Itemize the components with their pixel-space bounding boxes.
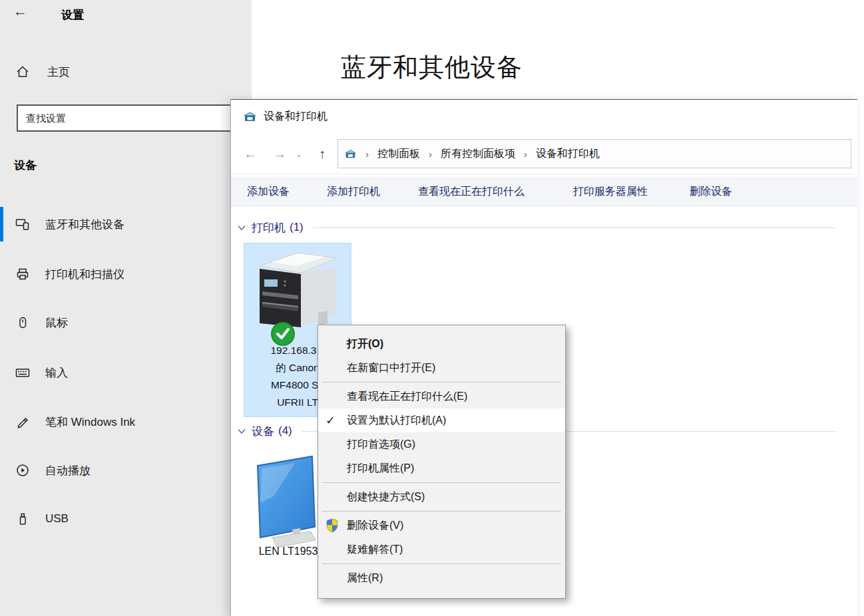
menu-separator [322, 382, 561, 383]
menu-item-create-shortcut[interactable]: 创建快捷方式(S) [318, 485, 565, 509]
sidebar-item-label: 鼠标 [45, 315, 68, 331]
breadcrumb-all-items[interactable]: 所有控制面板项 [441, 147, 515, 161]
toolbar-see-whats-printing[interactable]: 查看现在正在打印什么 [418, 177, 525, 206]
address-location-icon [344, 148, 357, 160]
menu-separator [322, 482, 561, 483]
chevron-down-icon [238, 428, 246, 434]
toolbar-add-device[interactable]: 添加设备 [247, 177, 290, 206]
page-title: 蓝牙和其他设备 [341, 51, 523, 84]
toolbar-print-server-properties[interactable]: 打印服务器属性 [573, 177, 648, 206]
monitor-image [254, 455, 320, 549]
sidebar-item-pen[interactable]: 笔和 Windows Ink [0, 402, 230, 441]
sidebar-item-usb[interactable]: USB [0, 500, 230, 538]
sidebar-item-label: 输入 [45, 365, 68, 381]
sidebar-item-typing[interactable]: 输入 [0, 353, 230, 392]
printer-context-menu: 打开(O) 在新窗口中打开(E) 查看现在正在打印什么(E) ✓ 设置为默认打印… [318, 325, 566, 599]
uac-shield-icon [325, 514, 339, 538]
sidebar-item-autoplay[interactable]: 自动播放 [0, 451, 230, 490]
group-label: 设备 [252, 424, 274, 439]
menu-item-printing-preferences[interactable]: 打印首选项(G) [318, 432, 565, 456]
sidebar-section-heading: 设备 [14, 158, 37, 173]
menu-item-open-in-new-window[interactable]: 在新窗口中打开(E) [318, 356, 565, 380]
explorer-titlebar[interactable]: 设备和打印机 [231, 100, 857, 133]
nav-back-icon[interactable]: ← [239, 133, 262, 174]
menu-item-set-as-default-printer[interactable]: ✓ 设置为默认打印机(A) [318, 408, 565, 432]
autoplay-icon [15, 463, 31, 478]
menu-separator [322, 563, 561, 564]
sidebar-item-label: USB [45, 512, 69, 526]
nav-forward-icon[interactable]: → [268, 133, 291, 174]
menu-item-troubleshoot[interactable]: 疑难解答(T) [318, 538, 565, 561]
menu-item-properties[interactable]: 属性(R) [318, 566, 565, 590]
screen: ← 设置 主页 设备 蓝牙和其他设备 打印机和扫描仪 [0, 0, 864, 616]
explorer-window-title: 设备和打印机 [264, 110, 327, 124]
search-input[interactable] [17, 104, 235, 132]
check-icon: ✓ [325, 408, 335, 432]
sidebar-item-printers[interactable]: 打印机和扫描仪 [0, 255, 230, 293]
group-label: 打印机 [252, 220, 286, 235]
keyboard-icon [15, 365, 31, 381]
menu-item-see-whats-printing[interactable]: 查看现在正在打印什么(E) [318, 385, 565, 408]
home-label: 主页 [47, 65, 70, 80]
nav-up-icon[interactable]: ↑ [311, 133, 333, 174]
toolbar-add-printer[interactable]: 添加打印机 [327, 177, 380, 206]
toolbar-remove-device[interactable]: 删除设备 [690, 177, 732, 206]
devices-printers-icon [243, 110, 257, 123]
menu-item-remove-device[interactable]: 删除设备(V) [318, 514, 565, 538]
devices-icon [15, 216, 31, 232]
home-icon [15, 65, 30, 79]
selected-indicator [0, 207, 3, 241]
group-count: (1) [290, 221, 304, 234]
breadcrumb-control-panel[interactable]: 控制面板 [377, 147, 420, 161]
explorer-addressbar: ← → ⌄ ↑ › 控制面板 › 所有控制面板项 › 设备和打印机 [231, 133, 857, 174]
printer-image [253, 249, 342, 333]
sidebar-item-home[interactable]: 主页 [0, 57, 230, 86]
back-icon[interactable]: ← [13, 3, 27, 19]
menu-separator [322, 511, 561, 512]
group-divider [313, 228, 835, 228]
sidebar-item-label: 打印机和扫描仪 [45, 267, 124, 282]
sidebar-item-label: 笔和 Windows Ink [45, 414, 135, 430]
settings-window-title: 设置 [61, 7, 84, 23]
sidebar-item-mouse[interactable]: 鼠标 [0, 303, 230, 342]
breadcrumb-devices-printers[interactable]: 设备和打印机 [536, 147, 600, 161]
breadcrumb-separator: › [365, 148, 369, 160]
chevron-down-icon [238, 224, 246, 231]
menu-item-open[interactable]: 打开(O) [318, 332, 565, 356]
sidebar-item-bluetooth[interactable]: 蓝牙和其他设备 [0, 205, 230, 243]
sidebar-item-label: 蓝牙和其他设备 [45, 217, 124, 232]
breadcrumb-separator: › [524, 148, 527, 160]
usb-icon [15, 512, 31, 526]
pen-icon [15, 414, 31, 429]
address-box[interactable]: › 控制面板 › 所有控制面板项 › 设备和打印机 [337, 139, 851, 168]
breadcrumb-separator: › [429, 148, 432, 160]
explorer-toolbar: 添加设备 添加打印机 查看现在正在打印什么 打印服务器属性 删除设备 [231, 177, 857, 206]
sidebar-item-label: 自动播放 [45, 463, 91, 478]
group-count: (4) [278, 424, 292, 438]
group-header-printers[interactable]: 打印机 (1) [238, 220, 847, 235]
mouse-icon [15, 315, 31, 330]
nav-dropdown-icon[interactable]: ⌄ [293, 133, 305, 174]
menu-item-printer-properties[interactable]: 打印机属性(P) [318, 456, 565, 480]
printer-icon [15, 267, 31, 281]
